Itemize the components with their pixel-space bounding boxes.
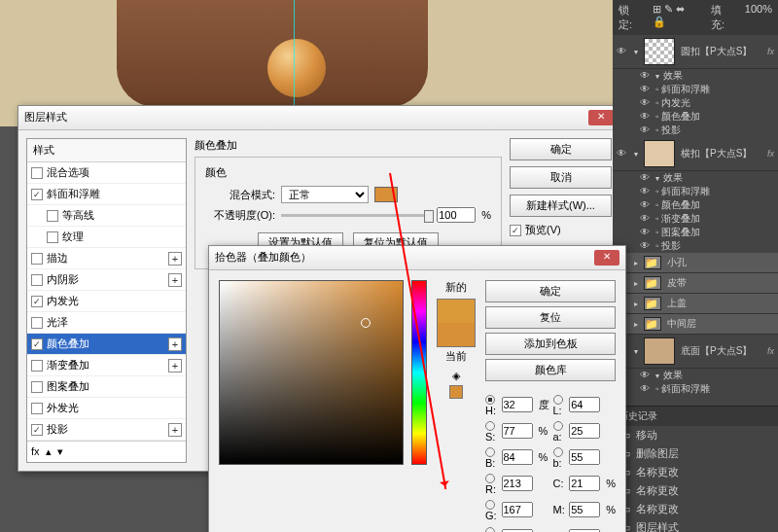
opacity-slider[interactable] — [281, 214, 431, 217]
style-checkbox[interactable] — [47, 231, 58, 243]
ok-button[interactable]: 确定 — [510, 138, 612, 160]
history-item[interactable]: ▭名称更改 — [613, 463, 778, 481]
visibility-icon[interactable]: 👁 — [640, 370, 652, 381]
visibility-icon[interactable]: 👁 — [640, 172, 652, 184]
g-input[interactable] — [502, 502, 533, 517]
effect-item[interactable]: 👁 ◦ 斜面和浮雕 — [613, 382, 778, 396]
layer-row[interactable]: 👁▾圆扣【P大点S】fx — [613, 35, 778, 69]
m-input[interactable] — [569, 502, 600, 517]
folder-row[interactable]: 👁▸📁皮带 — [613, 273, 778, 294]
style-item-4[interactable]: 描边+ — [27, 248, 186, 269]
fx-badge[interactable]: fx — [767, 47, 774, 56]
bb-input[interactable] — [502, 529, 533, 532]
effect-item[interactable]: 👁 ◦ 颜色叠加 — [613, 198, 778, 212]
visibility-icon[interactable]: 👁 — [640, 111, 652, 123]
history-item[interactable]: ▭移动 — [613, 426, 778, 444]
style-item-10[interactable]: 图案叠加 — [27, 376, 186, 398]
effect-item[interactable]: 👁 ◦ 投影 — [613, 239, 778, 253]
layer-thumbnail[interactable] — [644, 38, 675, 65]
dialog-titlebar[interactable]: 图层样式 ✕ — [18, 106, 619, 130]
style-item-7[interactable]: 光泽 — [27, 312, 186, 334]
style-item-3[interactable]: 纹理 — [27, 227, 186, 248]
visibility-icon[interactable]: 👁 — [640, 199, 652, 211]
fx-menu[interactable]: fx — [31, 445, 40, 458]
fx-badge[interactable]: fx — [767, 149, 774, 159]
add-swatch-button[interactable]: 添加到色板 — [485, 333, 616, 355]
expand-icon[interactable]: ▸ — [634, 259, 638, 267]
l-radio[interactable] — [553, 395, 563, 405]
style-checkbox[interactable] — [31, 296, 43, 307]
style-checkbox[interactable] — [31, 274, 43, 286]
effect-item[interactable]: 👁 ◦ 渐变叠加 — [613, 212, 778, 226]
arrow-up-icon[interactable]: ▴ — [46, 445, 52, 458]
style-checkbox[interactable] — [31, 317, 43, 329]
style-item-5[interactable]: 内阴影+ — [27, 269, 186, 291]
style-checkbox[interactable] — [47, 210, 58, 222]
h-radio[interactable] — [485, 395, 495, 405]
b-input[interactable] — [502, 449, 533, 465]
effect-item[interactable]: 👁 ◦ 图案叠加 — [613, 226, 778, 239]
expand-icon[interactable]: ▸ — [634, 300, 638, 308]
opacity-input[interactable] — [437, 207, 476, 223]
effects-header[interactable]: 👁▾ 效果 — [613, 69, 778, 83]
history-item[interactable]: ▭图层样式 — [613, 518, 778, 532]
folder-row[interactable]: 👁▸📁小孔 — [613, 253, 778, 273]
visibility-icon[interactable]: 👁 — [640, 84, 652, 95]
effect-item[interactable]: 👁 ◦ 颜色叠加 — [613, 110, 778, 124]
add-icon[interactable]: + — [168, 252, 182, 266]
cancel-button[interactable]: 取消 — [510, 166, 612, 189]
cube-icon[interactable]: ◈ — [452, 370, 460, 382]
layer-row[interactable]: 👁▾底面【P大点S】fx — [613, 335, 778, 369]
s-radio[interactable] — [485, 421, 495, 431]
effect-item[interactable]: 👁 ◦ 斜面和浮雕 — [613, 83, 778, 96]
history-item[interactable]: ▭名称更改 — [613, 500, 778, 518]
arrow-down-icon[interactable]: ▾ — [57, 445, 63, 458]
expand-icon[interactable]: ▾ — [634, 48, 638, 56]
a-input[interactable] — [569, 423, 600, 439]
cp-ok-button[interactable]: 确定 — [485, 280, 616, 302]
visibility-icon[interactable]: 👁 — [640, 383, 652, 395]
add-icon[interactable]: + — [168, 423, 182, 437]
expand-icon[interactable]: ▾ — [634, 150, 638, 159]
visibility-icon[interactable]: 👁 — [640, 213, 652, 225]
style-checkbox[interactable] — [31, 338, 43, 350]
visibility-icon[interactable]: 👁 — [640, 70, 652, 82]
style-item-6[interactable]: 内发光 — [27, 291, 186, 312]
add-icon[interactable]: + — [168, 337, 182, 351]
folder-row[interactable]: 👁▸📁上盖 — [613, 294, 778, 314]
style-item-9[interactable]: 渐变叠加+ — [27, 355, 186, 376]
visibility-icon[interactable]: 👁 — [640, 97, 652, 109]
layer-thumbnail[interactable] — [644, 140, 675, 167]
style-item-1[interactable]: 斜面和浮雕 — [27, 184, 186, 205]
r-radio[interactable] — [485, 474, 495, 483]
history-item[interactable]: ▭名称更改 — [613, 481, 778, 500]
new-style-button[interactable]: 新建样式(W)... — [510, 195, 612, 217]
expand-icon[interactable]: ▸ — [634, 279, 638, 288]
expand-icon[interactable]: ▸ — [634, 320, 638, 329]
lock-icons[interactable]: ⊞ ✎ ⬌ 🔒 — [653, 3, 701, 32]
layer-thumbnail[interactable] — [644, 337, 675, 365]
style-checkbox[interactable] — [31, 360, 43, 372]
lb-input[interactable] — [569, 449, 600, 465]
y-input[interactable] — [569, 529, 600, 532]
fill-value[interactable]: 100% — [745, 3, 772, 32]
b-radio[interactable] — [485, 447, 495, 457]
s-input[interactable] — [502, 423, 533, 439]
r-input[interactable] — [502, 476, 533, 491]
cp-titlebar[interactable]: 拾色器（叠加颜色） ✕ — [209, 246, 625, 270]
style-item-2[interactable]: 等高线 — [27, 205, 186, 227]
visibility-icon[interactable]: 👁 — [640, 227, 652, 238]
expand-icon[interactable]: ▾ — [634, 347, 638, 356]
visibility-icon[interactable]: 👁 — [640, 186, 652, 197]
style-checkbox[interactable] — [31, 381, 43, 393]
a-radio[interactable] — [553, 421, 563, 431]
visibility-icon[interactable]: 👁 — [617, 46, 628, 57]
effects-header[interactable]: 👁▾ 效果 — [613, 171, 778, 185]
visibility-icon[interactable]: 👁 — [640, 124, 652, 136]
add-icon[interactable]: + — [168, 359, 182, 372]
color-lib-button[interactable]: 颜色库 — [485, 359, 616, 381]
bb-radio[interactable] — [485, 527, 495, 532]
g-radio[interactable] — [485, 500, 495, 510]
style-item-12[interactable]: 投影+ — [27, 419, 186, 441]
style-item-8[interactable]: 颜色叠加+ — [27, 334, 186, 355]
